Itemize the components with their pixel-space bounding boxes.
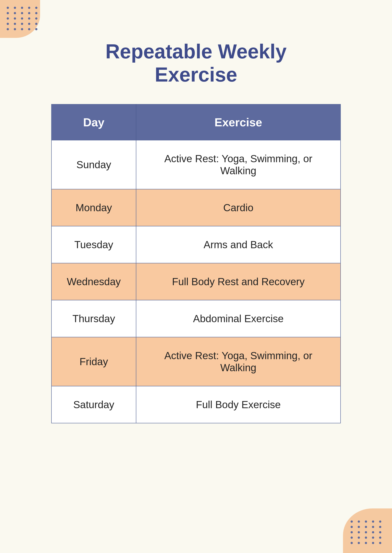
table-row: SaturdayFull Body Exercise	[51, 386, 341, 423]
dot-icon	[358, 542, 360, 544]
dot-icon	[372, 542, 374, 544]
dot-icon	[379, 542, 381, 544]
table-row: MondayCardio	[51, 189, 341, 226]
day-cell: Saturday	[51, 386, 136, 423]
dot-icon	[365, 526, 367, 528]
dot-icon	[358, 526, 360, 528]
day-cell: Tuesday	[51, 226, 136, 263]
table-row: ThursdayAbdominal Exercise	[51, 300, 341, 337]
day-cell: Monday	[51, 189, 136, 226]
dot-icon	[379, 526, 381, 528]
table-header-row: Day Exercise	[51, 104, 341, 140]
exercise-cell: Cardio	[136, 189, 341, 226]
exercise-cell: Active Rest: Yoga, Swimming, or Walking	[136, 337, 341, 386]
dot-icon	[365, 520, 367, 523]
table-header: Day Exercise	[51, 104, 341, 140]
dot-icon	[372, 537, 374, 539]
dot-icon	[350, 542, 353, 544]
exercise-cell: Arms and Back	[136, 226, 341, 263]
day-cell: Thursday	[51, 300, 136, 337]
table-row: FridayActive Rest: Yoga, Swimming, or Wa…	[51, 337, 341, 386]
exercise-cell: Active Rest: Yoga, Swimming, or Walking	[136, 140, 341, 189]
table-row: WednesdayFull Body Rest and Recovery	[51, 263, 341, 300]
dot-icon	[365, 542, 367, 544]
dot-icon	[350, 531, 353, 533]
column-header-day: Day	[51, 104, 136, 140]
page-title: Repeatable Weekly Exercise	[73, 40, 319, 86]
dot-icon	[372, 526, 374, 528]
table-body: SundayActive Rest: Yoga, Swimming, or Wa…	[51, 140, 341, 423]
exercise-cell: Full Body Exercise	[136, 386, 341, 423]
exercise-cell: Abdominal Exercise	[136, 300, 341, 337]
table-row: SundayActive Rest: Yoga, Swimming, or Wa…	[51, 140, 341, 189]
dot-icon	[358, 537, 360, 539]
dot-icon	[350, 537, 353, 539]
day-cell: Friday	[51, 337, 136, 386]
dot-icon	[379, 537, 381, 539]
dots-bottom-right	[350, 520, 383, 544]
dot-icon	[372, 520, 374, 523]
dot-icon	[372, 531, 374, 533]
dot-icon	[365, 537, 367, 539]
dot-icon	[365, 531, 367, 533]
dot-icon	[358, 531, 360, 533]
day-cell: Sunday	[51, 140, 136, 189]
dot-icon	[379, 520, 381, 523]
exercise-cell: Full Body Rest and Recovery	[136, 263, 341, 300]
dot-icon	[350, 526, 353, 528]
table-row: TuesdayArms and Back	[51, 226, 341, 263]
dot-icon	[358, 520, 360, 523]
dot-icon	[350, 520, 353, 523]
day-cell: Wednesday	[51, 263, 136, 300]
schedule-table: Day Exercise SundayActive Rest: Yoga, Sw…	[51, 104, 341, 423]
column-header-exercise: Exercise	[136, 104, 341, 140]
dot-icon	[379, 531, 381, 533]
main-content: Repeatable Weekly Exercise Day Exercise …	[0, 0, 392, 423]
